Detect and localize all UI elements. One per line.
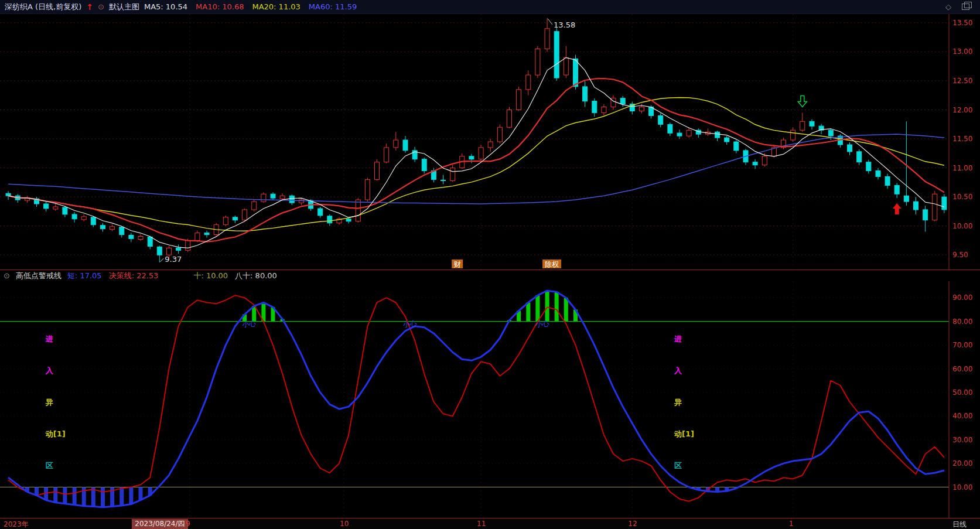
candlestick-panel[interactable]: 13.5013.0012.5012.0011.5011.0010.5010.00… — [0, 14, 980, 269]
ma-value-label[interactable]: MA60: 11.59 — [309, 2, 357, 11]
stock-title[interactable]: 深纺织A (日线,前复权) — [5, 2, 81, 12]
y-axis-label: 90.00 — [952, 293, 972, 302]
y-axis-label: 80.00 — [952, 318, 972, 326]
event-badge[interactable]: 财 — [452, 260, 463, 268]
y-axis-label: 12.50 — [952, 77, 972, 85]
selected-date-badge: 2023/08/24/四 — [132, 519, 187, 529]
y-axis-label: 40.00 — [952, 412, 972, 420]
buy-signal-arrow — [893, 203, 902, 214]
zone-annotation-char: 动[1] — [674, 429, 700, 439]
ma5-line — [8, 57, 944, 248]
y-axis-label: 9.50 — [952, 251, 968, 259]
low-price-annotation: 9.37 — [165, 255, 182, 264]
ma-values-group: MA5: 10.54MA10: 10.68MA20: 11.03MA60: 11… — [144, 2, 365, 11]
x-axis-label: 9 — [186, 520, 190, 528]
high-price-annotation: 13.58 — [554, 21, 575, 29]
ma-value-label[interactable]: MA10: 10.68 — [196, 2, 244, 11]
indicator-value-label: 决策线: 22.53 — [109, 271, 159, 280]
high-pointer-line — [548, 19, 552, 25]
x-axis-label: 1 — [789, 520, 794, 528]
main-chart-settings-icon[interactable]: ⊙ — [98, 2, 104, 11]
diamond-icon[interactable]: ◇ — [945, 2, 951, 11]
zone-annotation-char: 进 — [46, 334, 71, 344]
svg-text:除权: 除权 — [545, 260, 559, 268]
svg-text:财: 财 — [454, 260, 461, 268]
indicator-y-axis: 90.0080.0070.0060.0050.0040.0030.0020.00… — [949, 281, 972, 518]
decision-line — [8, 295, 944, 501]
indicator-chart: 小心小心小心90.0080.0070.0060.0050.0040.0030.0… — [0, 281, 980, 518]
y-axis-label: 10.50 — [952, 193, 972, 201]
indicator-value-label: 八十: 80.00 — [235, 271, 277, 280]
threshold-bars — [25, 291, 738, 507]
trend-up-icon: ↑ — [86, 2, 93, 12]
x-axis-label: 10 — [340, 520, 349, 528]
event-badge[interactable]: 除权 — [542, 260, 561, 268]
indicator-panel[interactable]: 小心小心小心90.0080.0070.0060.0050.0040.0030.0… — [0, 281, 980, 518]
y-axis-label: 10.00 — [952, 222, 972, 230]
ma-value-label[interactable]: MA20: 11.03 — [252, 2, 300, 11]
warning-label: 小心 — [243, 320, 257, 328]
low-pointer-line — [160, 258, 163, 262]
y-axis-label: 13.00 — [952, 47, 972, 56]
y-axis-label: 30.00 — [952, 436, 972, 444]
y-axis-label: 10.00 — [952, 483, 972, 492]
zone-annotation-char: 异 — [46, 397, 71, 408]
y-axis-label: 12.00 — [952, 106, 972, 114]
window-icon[interactable] — [962, 4, 969, 10]
warning-label: 小心 — [403, 320, 417, 328]
indicator-grid — [0, 281, 949, 518]
zone-annotation-char: 区 — [46, 460, 71, 471]
y-axis-label: 13.50 — [952, 19, 972, 27]
y-axis-label: 50.00 — [952, 388, 972, 397]
year-label: 2023年 — [4, 520, 29, 529]
zone-annotation-char: 异 — [674, 397, 700, 408]
indicator-name[interactable]: 高低点警戒线 — [16, 271, 62, 281]
y-axis-label: 70.00 — [952, 341, 972, 349]
time-axis-bar: 2023年 2023/08/24/四 日线 91011121 — [0, 518, 980, 529]
zone-annotation-char: 进 — [674, 334, 700, 344]
y-axis-label: 20.00 — [952, 459, 972, 467]
x-axis-label: 11 — [477, 520, 486, 528]
sell-signal-arrow — [798, 95, 807, 107]
indicator-values-group: 短: 17.05决策线: 22.53十: 10.00八十: 80.00 — [67, 271, 284, 281]
zone-annotation-char: 区 — [674, 460, 700, 471]
period-label[interactable]: 日线 — [952, 520, 967, 529]
short-line — [8, 291, 944, 507]
warning-label: 小心 — [535, 320, 549, 328]
indicator-header: ⊙ 高低点警戒线 短: 17.05决策线: 22.53十: 10.00八十: 8… — [0, 269, 980, 281]
y-axis-label: 11.50 — [952, 135, 972, 143]
zone-annotation-char: 动[1] — [46, 429, 71, 439]
candlestick-chart: 13.5013.0012.5012.0011.5011.0010.5010.00… — [0, 14, 980, 269]
charting-app: 深纺织A (日线,前复权) ↑ ⊙ 默认主图 MA5: 10.54MA10: 1… — [0, 0, 980, 529]
main-y-axis: 13.5013.0012.5012.0011.5011.0010.5010.00… — [949, 14, 972, 269]
indicator-value-label: 短: 17.05 — [67, 271, 102, 280]
main-chart-label[interactable]: 默认主图 — [109, 2, 139, 12]
ma20-line — [8, 98, 944, 231]
zone-annotation-char: 入 — [674, 366, 700, 376]
indicator-value-label: 十: 10.00 — [193, 271, 228, 280]
ma-value-label[interactable]: MA5: 10.54 — [144, 2, 187, 11]
y-axis-label: 60.00 — [952, 365, 972, 373]
x-axis-label: 12 — [628, 520, 637, 528]
top-toolbar: 深纺织A (日线,前复权) ↑ ⊙ 默认主图 MA5: 10.54MA10: 1… — [0, 0, 980, 14]
y-axis-label: 11.00 — [952, 164, 972, 172]
zone-annotation-char: 入 — [46, 366, 71, 376]
indicator-settings-icon[interactable]: ⊙ — [4, 271, 10, 280]
ma10-line — [8, 79, 944, 242]
